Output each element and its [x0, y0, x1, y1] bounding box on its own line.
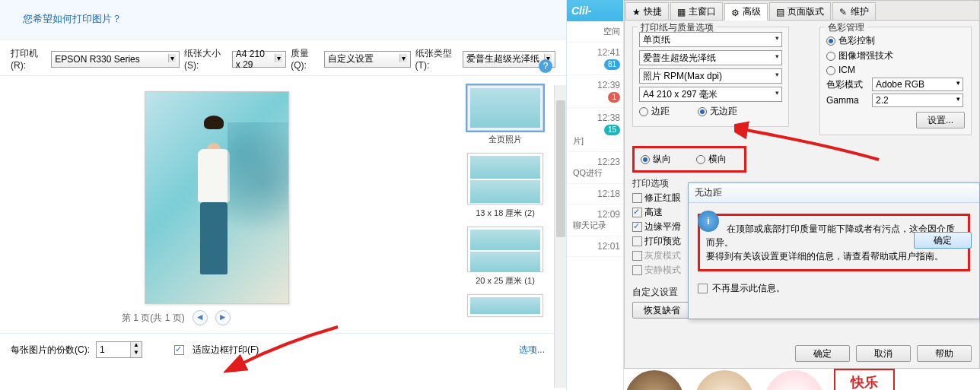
preview-area: 第 1 页(共 1 页) ◄ ► 全页照片 13 x 18 厘米 (2) 20 … — [0, 75, 566, 334]
badge-2: 1 — [608, 92, 620, 103]
margin-radio[interactable] — [639, 107, 648, 116]
color-control-radio[interactable] — [826, 36, 835, 46]
pager-prev-button[interactable]: ◄ — [192, 310, 208, 325]
driver-tabs: ★快捷 ▦主窗口 ⚙高级 ▤页面版式 ✎维护 — [625, 1, 979, 21]
margin-label: 边距 — [651, 106, 670, 116]
thumb-13x18-label: 13 x 18 厘米 (2) — [464, 208, 546, 219]
media-quality-group: 打印纸与质量选项 单页纸 爱普生超级光泽纸 照片 RPM(Max dpi) A4… — [632, 27, 789, 127]
quality-label: 质量(Q): — [291, 47, 320, 71]
redeye-checkbox[interactable] — [632, 193, 642, 203]
grayscale-checkbox — [632, 251, 642, 261]
options-link[interactable]: 选项... — [519, 344, 545, 357]
printer-label: 打印机(R): — [11, 47, 46, 71]
printer-config-row: 打印机(R): EPSON R330 Series 纸张大小(S): A4 21… — [0, 40, 566, 75]
avatar-text[interactable]: 快乐 — [834, 369, 895, 390]
star-icon: ★ — [632, 7, 641, 16]
portrait-radio[interactable] — [641, 155, 650, 164]
color-mode-select[interactable]: Adobe RGB — [872, 78, 963, 91]
fit-frame-checkbox[interactable] — [174, 345, 184, 355]
chat-item-5[interactable]: 12:18 — [567, 184, 623, 205]
color-mode-label: 色彩模式 — [826, 78, 872, 91]
print-preview-checkbox[interactable] — [632, 236, 642, 246]
pager: 第 1 页(共 1 页) ◄ ► — [122, 310, 231, 325]
gear-icon: ⚙ — [731, 8, 740, 17]
chat-sidebar: Clil- 空间 12:4181 12:391 12:3815片] 12:23Q… — [567, 0, 624, 390]
borderless-label: 无边距 — [710, 106, 737, 116]
chat-item-4[interactable]: 12:23QQ进行 — [567, 152, 623, 184]
paper-size-label: 纸张大小(S): — [184, 47, 228, 71]
pager-next-button[interactable]: ► — [215, 310, 231, 325]
copies-input[interactable] — [97, 342, 130, 357]
pager-text: 第 1 页(共 1 页) — [122, 312, 185, 325]
driver-ok-button[interactable]: 确定 — [795, 345, 850, 362]
thumb-full-page[interactable]: 全页照片 — [464, 85, 546, 145]
page-preview — [145, 91, 289, 304]
thumb-more[interactable] — [464, 294, 546, 317]
chat-item-2[interactable]: 12:391 — [567, 75, 623, 108]
landscape-label: 横向 — [708, 154, 727, 164]
image-enhance-radio[interactable] — [826, 52, 835, 61]
driver-help-button[interactable]: 帮助 — [917, 345, 972, 362]
chat-item-1[interactable]: 12:4181 — [567, 43, 623, 75]
dont-show-again-checkbox[interactable] — [698, 284, 708, 293]
quality-select[interactable]: 自定义设置 — [324, 51, 411, 68]
media-type-select[interactable]: 爱普生超级光泽纸 — [639, 50, 782, 65]
highspeed-checkbox[interactable] — [632, 208, 642, 217]
chat-item-3[interactable]: 12:3815片] — [567, 108, 623, 152]
print-quality-select[interactable]: 照片 RPM(Max dpi) — [639, 68, 782, 84]
badge-3: 15 — [604, 125, 620, 135]
badge-1: 81 — [604, 59, 620, 70]
driver-cancel-button[interactable]: 取消 — [856, 345, 911, 362]
paper-source-select[interactable]: 单页纸 — [639, 32, 782, 47]
orientation-highlight: 纵向 横向 — [632, 146, 746, 173]
quiet-mode-checkbox — [632, 265, 642, 275]
print-pictures-wizard: 您希望如何打印图片？ 打印机(R): EPSON R330 Series 纸张大… — [0, 0, 567, 390]
chat-item-6[interactable]: 12:09聊天记录 — [567, 205, 623, 236]
media-size-select[interactable]: A4 210 x 297 毫米 — [639, 87, 782, 102]
portrait-label: 纵向 — [653, 154, 671, 164]
borderless-radio[interactable] — [698, 107, 707, 116]
wizard-title: 您希望如何打印图片？ — [0, 0, 566, 40]
chat-brand: Clil- — [567, 0, 623, 21]
restore-defaults-button[interactable]: 恢复缺省 — [632, 302, 692, 319]
window-icon: ▦ — [677, 7, 686, 16]
page-icon: ▤ — [776, 7, 785, 16]
avatar[interactable] — [694, 369, 755, 390]
thumb-20x25[interactable]: 20 x 25 厘米 (1) — [464, 227, 546, 287]
paper-type-label: 纸张类型(T): — [415, 47, 458, 71]
paper-size-select[interactable]: A4 210 x 29 — [232, 51, 286, 68]
layout-thumbnails[interactable]: 全页照片 13 x 18 厘米 (2) 20 x 25 厘米 (1) — [452, 76, 558, 335]
tab-advanced[interactable]: ⚙高级 — [724, 3, 768, 21]
color-management-group: 色彩管理 色彩控制 图像增强技术 ICM 色彩模式Adobe RGB Gamma… — [819, 27, 972, 135]
tab-main[interactable]: ▦主窗口 — [670, 2, 723, 20]
avatar[interactable] — [624, 369, 685, 390]
color-group-title: 色彩管理 — [825, 21, 867, 34]
avatar-strip: 快乐 — [624, 369, 905, 390]
thumb-13x18[interactable]: 13 x 18 厘米 (2) — [464, 153, 546, 219]
driver-button-row: 确定 取消 帮助 — [795, 345, 972, 362]
chat-item-7[interactable]: 12:01 — [567, 236, 623, 257]
info-icon: i — [698, 211, 719, 232]
edge-smooth-checkbox[interactable] — [632, 222, 642, 232]
wrench-icon: ✎ — [839, 7, 848, 16]
wizard-footer: 每张图片的份数(C): ▲▼ 适应边框打印(F) 选项... — [0, 334, 566, 366]
tab-layout[interactable]: ▤页面版式 — [769, 2, 831, 20]
help-icon[interactable]: ? — [539, 59, 552, 73]
tab-maintenance[interactable]: ✎维护 — [832, 2, 876, 20]
color-settings-button[interactable]: 设置... — [916, 112, 965, 128]
popup-ok-button[interactable]: 确定 — [914, 232, 972, 249]
copies-down[interactable]: ▼ — [131, 350, 142, 357]
wizard-scrollbar[interactable] — [554, 85, 566, 388]
gamma-select[interactable]: 2.2 — [872, 94, 963, 107]
thumb-full-page-label: 全页照片 — [464, 134, 546, 145]
icm-radio[interactable] — [826, 66, 835, 75]
tab-quick[interactable]: ★快捷 — [625, 2, 669, 20]
chat-space-label[interactable]: 空间 — [600, 27, 620, 36]
dont-show-again-label: 不再显示此信息。 — [712, 283, 785, 293]
borderless-warning-dialog: 无边距 i 确定 在顶部或底部打印质量可能下降或者有污点，这会因介质而异。 要得… — [688, 182, 980, 319]
copies-stepper[interactable]: ▲▼ — [96, 341, 142, 358]
printer-select[interactable]: EPSON R330 Series — [51, 51, 180, 68]
landscape-radio[interactable] — [696, 155, 705, 164]
copies-label: 每张图片的份数(C): — [11, 344, 90, 357]
avatar[interactable] — [764, 369, 825, 390]
